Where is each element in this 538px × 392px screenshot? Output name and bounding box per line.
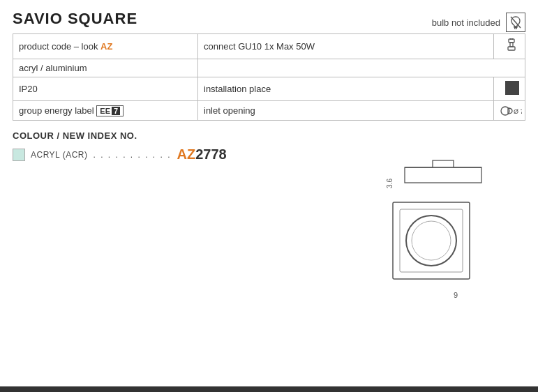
ip-label: IP20 <box>19 84 38 94</box>
svg-rect-7 <box>512 38 514 40</box>
bulb-not-included-label: bulb not included <box>432 17 500 28</box>
energy-label-badge: EE 7 <box>96 105 124 116</box>
installation-cell: installation place <box>198 77 494 101</box>
inlet-icon: Ø 7cm <box>500 106 522 114</box>
energy-label-text: group energy label <box>19 105 96 116</box>
ip-cell: IP20 <box>13 77 198 101</box>
svg-rect-10 <box>405 167 481 183</box>
table-row: product code – look AZ connect GU10 1x M… <box>13 34 525 59</box>
connector-icon-cell <box>494 34 525 59</box>
table-row: IP20 installation place <box>13 77 525 101</box>
installation-icon-cell <box>494 77 525 101</box>
product-code-cell: product code – look AZ <box>13 34 198 59</box>
colour-code-prefix: AZ <box>177 146 196 162</box>
side-profile-diagram: 3.6 <box>386 153 525 188</box>
table-row: group energy label EE 7 inlet opening Ø <box>13 101 525 121</box>
colour-swatch <box>13 149 25 161</box>
inlet-cell: inlet opening <box>198 101 494 121</box>
connect-label: connect GU10 1x Max 50W <box>204 41 315 52</box>
inlet-label: inlet opening <box>204 105 255 116</box>
colour-section-title: COLOUR / NEW INDEX NO. <box>13 130 525 141</box>
dim-9-label: 9 <box>386 291 525 299</box>
product-code-az: AZ <box>100 41 112 52</box>
bulb-not-included-icon <box>506 13 525 32</box>
side-profile-svg <box>398 153 488 188</box>
circle-d-icon: Ø 7cm <box>500 105 522 116</box>
svg-rect-5 <box>508 47 515 50</box>
material-right-cell <box>198 59 525 77</box>
colour-label: ACRYL (ACR) <box>31 150 88 160</box>
gu10-icon <box>504 38 519 53</box>
svg-rect-3 <box>509 39 514 43</box>
page: SAVIO SQUARE bulb not included product c… <box>0 0 538 392</box>
product-code-label: product code – look <box>19 41 100 52</box>
svg-point-16 <box>406 216 456 266</box>
energy-ee: EE <box>100 107 110 115</box>
svg-rect-2 <box>515 28 517 29</box>
svg-rect-15 <box>400 209 463 272</box>
energy-cell: group energy label EE 7 <box>13 101 198 121</box>
svg-rect-6 <box>510 38 511 40</box>
material-label: acryl / aluminium <box>19 63 87 73</box>
front-view-svg <box>386 195 477 286</box>
bottom-bar <box>0 386 538 392</box>
svg-point-17 <box>412 221 451 260</box>
spec-table: product code – look AZ connect GU10 1x M… <box>13 33 525 121</box>
colour-code-suffix: 2778 <box>195 146 227 162</box>
material-cell: acryl / aluminium <box>13 59 198 77</box>
installation-label: installation place <box>204 84 271 94</box>
svg-rect-4 <box>510 43 513 47</box>
colour-dots: . . . . . . . . . . . <box>94 150 172 160</box>
svg-text:Ø 7cm: Ø 7cm <box>514 108 522 115</box>
installation-icon <box>505 81 519 95</box>
energy-value: 7 <box>112 107 120 115</box>
dim-36-label: 3.6 <box>386 179 394 188</box>
table-row: acryl / aluminium <box>13 59 525 77</box>
bulb-not-included-row: bulb not included <box>432 13 525 32</box>
diagram-area: 3.6 9 <box>386 153 525 299</box>
connect-cell: connect GU10 1x Max 50W <box>198 34 494 59</box>
inlet-icon-cell: Ø 7cm <box>494 101 525 121</box>
colour-code: AZ2778 <box>177 146 227 163</box>
svg-rect-14 <box>393 202 470 279</box>
svg-rect-11 <box>433 160 454 167</box>
